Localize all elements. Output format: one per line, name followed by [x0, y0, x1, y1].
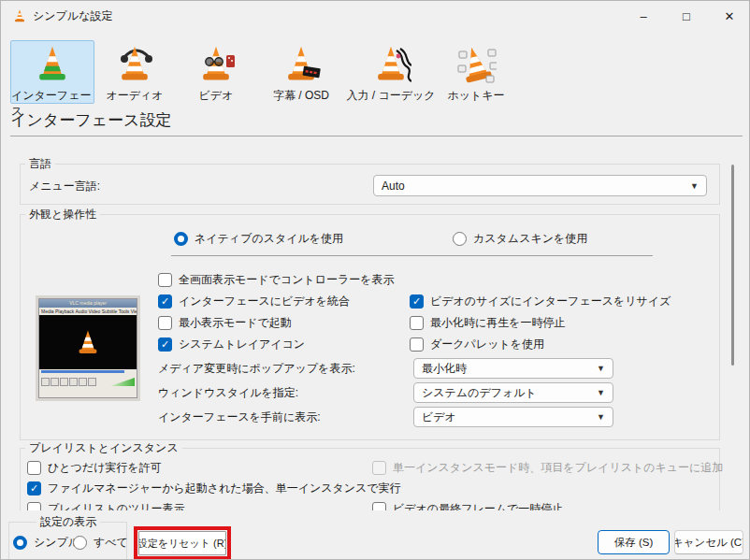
window-style-label: ウィンドウスタイルを指定: — [158, 382, 298, 403]
page-title: インターフェース設定 — [10, 109, 171, 131]
checkbox-unchecked-icon[interactable] — [158, 316, 172, 330]
checkbox-one-instance[interactable]: ひとつだけ実行を許可 — [27, 460, 162, 475]
category-toolbar: インターフェース オーディオ ビデオ — [10, 40, 515, 104]
input-codec-cone-icon — [370, 43, 411, 87]
radio-all-settings[interactable]: すべて — [73, 535, 128, 550]
checkbox-unchecked-icon[interactable] — [27, 502, 41, 511]
preview-titlebar: VLC media player — [39, 299, 137, 308]
radio-label: カスタムスキンを使用 — [473, 231, 587, 247]
checkbox-unchecked-icon[interactable] — [372, 502, 386, 511]
subtitle-osd-cone-icon — [281, 43, 322, 87]
popup-on-media-change-select[interactable]: 最小化時 ▼ — [413, 358, 613, 379]
interface-on-top-select[interactable]: ビデオ ▼ — [413, 407, 613, 427]
checkbox-checked-icon[interactable] — [410, 294, 424, 309]
interface-preview-image: VLC media player Media Playback Audio Vi… — [36, 295, 140, 401]
preview-video-area — [39, 315, 137, 369]
checkbox-label: 単一インスタンスモード時、項目をプレイリストのキューに追加 — [393, 460, 723, 476]
checkbox-label: プレイリストのツリー表示 — [48, 501, 185, 511]
checkbox-label: ダークパレットを使用 — [430, 337, 544, 352]
minimize-icon[interactable]: – — [622, 1, 665, 31]
tab-label: 入力 / コーデック — [346, 88, 435, 104]
preview-volume-slider — [110, 378, 135, 386]
chevron-down-icon: ▼ — [690, 181, 699, 191]
radio-unselected-icon[interactable] — [73, 536, 87, 550]
tab-label: ビデオ — [199, 88, 234, 104]
preview-window: VLC media player Media Playback Audio Vi… — [38, 298, 137, 398]
menu-language-value: Auto — [382, 179, 405, 193]
settings-scroll-area[interactable]: 言語 メニュー言語: Auto ▼ 外観と操作性 ネイティブのスタイルを使用 カ… — [1, 141, 750, 510]
chevron-down-icon: ▼ — [597, 412, 605, 422]
tab-label: オーディオ — [106, 88, 163, 104]
vertical-scrollbar[interactable] — [731, 165, 734, 366]
playlist-group-title: プレイリストとインスタンス — [25, 440, 182, 456]
checkbox-checked-icon[interactable] — [158, 294, 172, 309]
checkbox-label: ビデオの最終フレームで一時停止 — [393, 501, 563, 511]
radio-selected-icon[interactable] — [13, 536, 27, 550]
checkbox-systray-icon[interactable]: システムトレイアイコン — [158, 337, 305, 352]
preview-cone-icon — [74, 328, 102, 356]
tab-label: ホットキー — [447, 88, 504, 104]
maximize-icon[interactable]: □ — [665, 1, 708, 31]
preview-menubar: Media Playback Audio Video Subtitle Tool… — [39, 308, 137, 315]
window-title: シンプルな設定 — [33, 1, 112, 31]
popup-on-media-change-label: メディア変更時にポップアップを表示: — [158, 358, 355, 379]
chevron-down-icon: ▼ — [597, 388, 605, 397]
checkbox-label: ビデオのサイズにインターフェースをリサイズ — [430, 294, 671, 309]
radio-custom-skin[interactable]: カスタムスキンを使用 — [453, 231, 587, 246]
menu-language-select[interactable]: Auto ▼ — [373, 175, 707, 196]
checkbox-unchecked-icon[interactable] — [27, 461, 41, 475]
checkbox-unchecked-icon[interactable] — [410, 316, 424, 330]
checkbox-unchecked-icon[interactable] — [158, 273, 172, 287]
vlc-cone-icon — [12, 8, 27, 27]
checkbox-enqueue-single-instance: 単一インスタンスモード時、項目をプレイリストのキューに追加 — [372, 460, 723, 475]
checkbox-label: 最小表示モードで起動 — [179, 315, 292, 331]
radio-label: すべて — [94, 535, 128, 551]
checkbox-unchecked-icon[interactable] — [410, 337, 424, 352]
tab-label: 字幕 / OSD — [273, 88, 329, 104]
tab-subtitles-osd[interactable]: 字幕 / OSD — [257, 40, 345, 104]
tab-interface[interactable]: インターフェース — [10, 40, 94, 104]
audio-cone-icon — [114, 43, 155, 87]
radio-unselected-icon[interactable] — [453, 232, 467, 246]
checkbox-label: ファイルマネージャーから起動された場合、単一インスタンスで実行 — [48, 481, 401, 496]
checkbox-resize-to-video[interactable]: ビデオのサイズにインターフェースをリサイズ — [410, 294, 671, 309]
checkbox-label: 最小化時に再生を一時停止 — [430, 315, 566, 331]
appearance-divider — [171, 255, 653, 256]
checkbox-embed-video[interactable]: インターフェースにビデオを統合 — [158, 294, 350, 309]
preview-controls — [39, 375, 137, 389]
chevron-down-icon: ▼ — [597, 364, 605, 373]
close-icon[interactable]: ✕ — [708, 1, 750, 31]
tab-audio[interactable]: オーディオ — [94, 40, 175, 104]
checkbox-label: 全画面表示モードでコントローラーを表示 — [179, 272, 395, 288]
save-button[interactable]: 保存 (S) — [598, 530, 670, 554]
checkbox-dark-palette[interactable]: ダークパレットを使用 — [410, 337, 544, 352]
reset-preferences-button[interactable]: 設定をリセット (R) — [138, 531, 226, 555]
checkbox-label: ひとつだけ実行を許可 — [48, 460, 162, 476]
interface-on-top-label: インターフェースを手前に表示: — [158, 407, 321, 427]
checkbox-minimal-view[interactable]: 最小表示モードで起動 — [158, 315, 292, 330]
checkbox-checked-icon[interactable] — [27, 481, 41, 495]
checkbox-checked-icon[interactable] — [158, 337, 172, 352]
tab-video[interactable]: ビデオ — [175, 40, 257, 104]
tab-input-codecs[interactable]: 入力 / コーデック — [345, 40, 437, 104]
radio-simple-settings[interactable]: シンプル — [13, 535, 79, 550]
checkbox-label: インターフェースにビデオを統合 — [179, 294, 350, 309]
checkbox-fullscreen-controller[interactable]: 全画面表示モードでコントローラーを表示 — [158, 272, 395, 287]
tab-hotkeys[interactable]: ホットキー — [437, 40, 515, 104]
checkbox-playlist-tree[interactable]: プレイリストのツリー表示 — [27, 501, 185, 510]
menu-language-label: メニュー言語: — [29, 179, 100, 194]
window-style-select[interactable]: システムのデフォルト ▼ — [413, 382, 613, 403]
cancel-button[interactable]: キャンセル (C) — [674, 530, 743, 554]
preview-seekbar — [39, 369, 137, 375]
checkbox-single-instance-file-manager[interactable]: ファイルマネージャーから起動された場合、単一インスタンスで実行 — [27, 481, 401, 495]
hotkeys-cone-icon — [455, 43, 497, 87]
simple-preferences-dialog: シンプルな設定 – □ ✕ インターフェース オーディオ ビデオ — [0, 0, 750, 560]
checkbox-label: システムトレイアイコン — [179, 337, 305, 352]
appearance-group-title: 外観と操作性 — [25, 207, 100, 223]
checkbox-pause-last-frame[interactable]: ビデオの最終フレームで一時停止 — [372, 501, 563, 510]
checkbox-pause-on-minimize[interactable]: 最小化時に再生を一時停止 — [410, 315, 566, 330]
language-group-title: 言語 — [25, 156, 55, 172]
radio-native-style[interactable]: ネイティブのスタイルを使用 — [174, 231, 343, 246]
video-cone-icon — [195, 43, 237, 87]
radio-selected-icon[interactable] — [174, 232, 188, 246]
